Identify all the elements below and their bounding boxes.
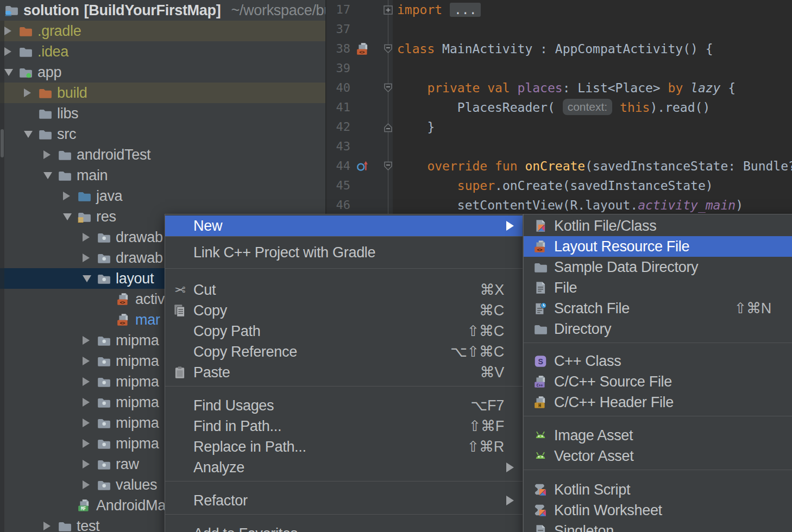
expand-arrow-icon[interactable] (83, 398, 97, 407)
expand-arrow-icon[interactable] (4, 27, 18, 35)
menu-item-sample-data-directory[interactable]: Sample Data Directory (524, 257, 792, 277)
menu-item-analyze[interactable]: Analyze (165, 457, 523, 478)
code-line-43[interactable]: 43 (326, 137, 792, 156)
menu-item-find-in-path[interactable]: Find in Path...⇧⌘F (165, 416, 523, 436)
menu-section: Refactor (165, 482, 523, 514)
file-icon (532, 523, 549, 532)
expand-arrow-icon[interactable] (83, 460, 97, 468)
menu-item-shortcut: ⌥F7 (460, 397, 504, 414)
menu-item-file[interactable]: File (524, 277, 792, 298)
cpp-header-icon: H (532, 394, 549, 410)
code-line-46[interactable]: 46 setContentView(R.layout.activity_main… (326, 195, 792, 215)
menu-item-link-c-project-with-gradle[interactable]: Link C++ Project with Gradle (165, 240, 523, 265)
menu-item-directory[interactable]: Directory (524, 319, 792, 339)
fold-marker-icon[interactable] (383, 161, 393, 172)
menu-item-replace-in-path[interactable]: Replace in Path...⇧⌘R (165, 436, 523, 457)
code-line-39[interactable]: 39 (326, 59, 792, 78)
collapse-arrow-icon[interactable] (4, 69, 18, 76)
tree-item-libs[interactable]: libs (0, 103, 325, 124)
tree-item-idea[interactable]: .idea (0, 41, 325, 62)
menu-item-layout-resource-file[interactable]: <>Layout Resource File (524, 236, 792, 257)
tree-item-label: drawab (116, 229, 163, 246)
menu-item-vector-asset[interactable]: Vector Asset (524, 446, 792, 466)
expand-arrow-icon[interactable] (24, 88, 38, 97)
code-line-40[interactable]: 40 private val places: List<Place> by la… (326, 78, 792, 98)
code-line-44[interactable]: 44 override fun onCreate(savedInstanceSt… (326, 156, 792, 176)
menu-item-c-c-header-file[interactable]: HC/C++ Header File (524, 392, 792, 413)
code-line-45[interactable]: 45 super.onCreate(savedInstanceState) (326, 176, 792, 195)
code-line-38[interactable]: 38 <>class MainActivity : AppCompatActiv… (326, 39, 792, 59)
menu-item-label: Link C++ Project with Gradle (193, 244, 504, 261)
xml-file-gutter-icon[interactable]: <> (356, 42, 370, 56)
menu-item-kotlin-worksheet[interactable]: Kotlin Worksheet (524, 500, 792, 521)
folder-excluded-icon (18, 24, 33, 38)
menu-item-refactor[interactable]: Refactor (165, 490, 523, 511)
tree-item-label: layout (116, 270, 154, 287)
expand-arrow-icon[interactable] (83, 480, 97, 489)
menu-item-find-usages[interactable]: Find Usages⌥F7 (165, 395, 523, 416)
override-gutter-icon[interactable] (356, 159, 370, 173)
expand-arrow-icon[interactable] (83, 377, 97, 386)
menu-item-paste[interactable]: Paste⌘V (165, 362, 523, 383)
tree-item-java[interactable]: java (0, 186, 325, 206)
fold-marker-icon[interactable] (383, 83, 393, 93)
menu-item-kotlin-file-class[interactable]: Kotlin File/Class (524, 216, 792, 236)
expand-arrow-icon[interactable] (83, 254, 97, 262)
folder-java-icon (77, 189, 91, 203)
tree-item-src[interactable]: src (0, 124, 325, 144)
menu-item-copy-path[interactable]: Copy Path⇧⌘C (165, 321, 523, 341)
tree-item-build[interactable]: build (0, 83, 325, 103)
expand-arrow-icon[interactable] (83, 357, 97, 365)
folder-icon (58, 168, 72, 182)
svg-text:<>: <> (120, 300, 125, 305)
expand-arrow-icon[interactable] (83, 336, 97, 345)
code-text: override fun onCreate(savedInstanceState… (397, 156, 792, 176)
menu-item-label: Replace in Path... (193, 439, 456, 455)
expand-arrow-icon[interactable] (4, 47, 18, 56)
tree-item-label: res (96, 208, 116, 225)
menu-item-image-asset[interactable]: Image Asset (524, 425, 792, 446)
tree-item-main[interactable]: main (0, 165, 325, 186)
tree-scrollbar-thumb[interactable] (1, 129, 4, 157)
tree-item-project-root[interactable]: solution [BuildYourFirstMap] ~/workspace… (0, 0, 325, 21)
expand-arrow-icon[interactable] (83, 233, 97, 242)
menu-item-label: C/C++ Header File (554, 394, 771, 411)
project-name-label: [BuildYourFirstMap] (84, 2, 221, 19)
expand-arrow-icon[interactable] (43, 150, 58, 159)
menu-item-c-class[interactable]: SC++ Class (524, 351, 792, 371)
menu-item-cut[interactable]: ✂Cut⌘X (165, 280, 523, 300)
menu-item-scratch-file[interactable]: Scratch File⇧⌘N (524, 298, 792, 319)
collapse-arrow-icon[interactable] (83, 275, 97, 282)
collapse-arrow-icon[interactable] (43, 172, 58, 179)
collapse-arrow-icon[interactable] (63, 213, 77, 220)
expand-arrow-icon[interactable] (83, 419, 97, 427)
tree-item-androidtest[interactable]: androidTest (0, 144, 325, 165)
code-line-37[interactable]: 37 (326, 20, 792, 39)
fold-marker-icon[interactable] (383, 44, 393, 54)
menu-item-copy-reference[interactable]: Copy Reference⌥⇧⌘C (165, 341, 523, 362)
menu-item-add-to-favorites[interactable]: Add to Favorites (165, 523, 523, 532)
menu-item-copy[interactable]: Copy⌘C (165, 300, 523, 321)
expand-arrow-icon[interactable] (43, 522, 58, 530)
menu-item-c-c-source-file[interactable]: C++C/C++ Source File (524, 371, 792, 392)
code-line-42[interactable]: 42 } (326, 117, 792, 137)
tree-item-gradle[interactable]: .gradle (0, 21, 325, 41)
expand-arrow-icon[interactable] (63, 192, 77, 200)
menu-item-singleton[interactable]: Singleton (524, 521, 792, 532)
code-line-17[interactable]: 17import ... (326, 0, 792, 20)
menu-item-new[interactable]: New (165, 216, 523, 236)
line-number: 43 (326, 137, 350, 156)
collapse-arrow-icon[interactable] (24, 131, 38, 138)
tree-item-label: test (77, 518, 99, 532)
fold-marker-icon[interactable] (383, 122, 393, 132)
tree-item-app[interactable]: app (0, 62, 325, 83)
code-line-41[interactable]: 41 PlacesReader( context: this).read() (326, 98, 792, 117)
tree-scrollbar-track[interactable] (0, 21, 4, 532)
fold-marker-icon[interactable] (383, 5, 393, 15)
folder-icon (38, 106, 52, 121)
menu-section: ✂Cut⌘XCopy⌘CCopy Path⇧⌘CCopy Reference⌥⇧… (165, 269, 523, 386)
expand-arrow-icon[interactable] (83, 439, 97, 448)
line-number: 46 (326, 195, 350, 215)
menu-section: Find Usages⌥F7Find in Path...⇧⌘FReplace … (165, 387, 523, 481)
menu-item-kotlin-script[interactable]: Kotlin Script (524, 479, 792, 500)
